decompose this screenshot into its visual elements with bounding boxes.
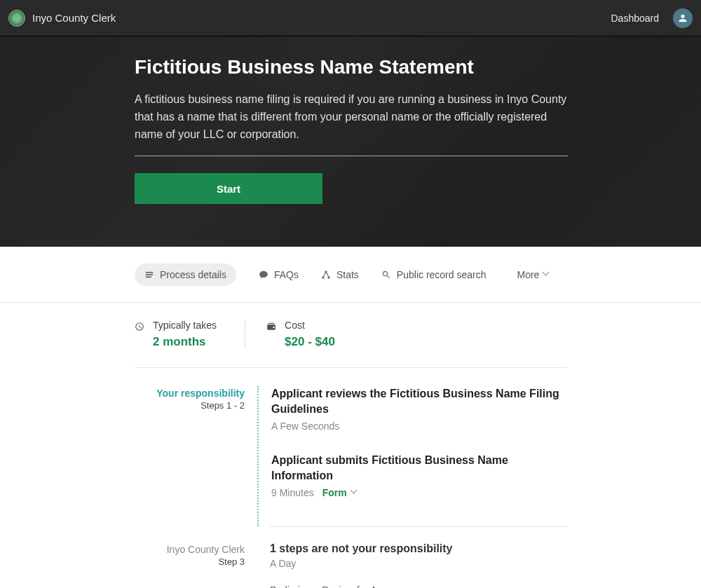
tab-faqs[interactable]: FAQs (259, 269, 299, 280)
svg-rect-2 (146, 276, 151, 278)
tab-label: Stats (336, 269, 359, 280)
svg-point-4 (327, 276, 330, 279)
tab-more[interactable]: More (517, 269, 550, 280)
page-description: A fictitious business name filing is req… (135, 91, 568, 143)
step-2: Applicant submits Fictitious Business Na… (271, 453, 568, 498)
tab-public-record-search[interactable]: Public record search (381, 269, 486, 280)
header-right: Dashboard (611, 8, 693, 28)
tab-stats[interactable]: Stats (321, 269, 359, 280)
steps-section: Your responsibility Steps 1 - 2 Applican… (135, 368, 568, 588)
chevron-down-icon (543, 271, 550, 278)
info-typically-takes: Typically takes 2 months (135, 320, 217, 349)
tabs-row: Process details FAQs Stats Public record… (0, 247, 701, 303)
svg-point-3 (322, 276, 325, 279)
tab-label: Public record search (397, 269, 486, 280)
tab-label: FAQs (274, 269, 299, 280)
cost-value: $20 - $40 (285, 335, 335, 349)
header-left: Inyo County Clerk (8, 10, 116, 27)
step-block-applicant: Your responsibility Steps 1 - 2 Applican… (135, 386, 568, 526)
hero-divider (135, 156, 568, 156)
step-1-title: Applicant reviews the Fictitious Busines… (271, 386, 568, 416)
info-cost: Cost $20 - $40 (245, 320, 335, 349)
cost-label: Cost (285, 320, 335, 331)
clerk-label: Inyo County Clerk (135, 544, 245, 555)
your-responsibility-steps: Steps 1 - 2 (135, 400, 245, 411)
info-text: Typically takes 2 months (153, 320, 217, 349)
info-text: Cost $20 - $40 (285, 320, 335, 349)
tabs: Process details FAQs Stats Public record… (135, 264, 550, 286)
header: Inyo County Clerk Dashboard (0, 0, 701, 36)
chat-icon (259, 270, 268, 280)
step-left: Inyo County Clerk Step 3 (135, 542, 257, 588)
step-divider (270, 526, 568, 527)
user-menu[interactable] (673, 8, 693, 28)
step-left: Your responsibility Steps 1 - 2 (135, 386, 257, 526)
step-2-time: 9 Minutes (271, 487, 314, 498)
tab-label: More (517, 269, 539, 280)
not-responsible-title: 1 steps are not your responsibility (270, 542, 568, 555)
step-block-clerk: Inyo County Clerk Step 3 1 steps are not… (135, 542, 568, 588)
a-day-text: A Day (270, 558, 568, 569)
dashboard-link[interactable]: Dashboard (611, 13, 660, 24)
clerk-steps: Step 3 (135, 556, 245, 567)
list-icon (144, 270, 154, 280)
start-button[interactable]: Start (135, 173, 322, 204)
step-1-time: A Few Seconds (271, 421, 568, 432)
svg-rect-0 (146, 271, 154, 273)
form-label: Form (322, 487, 347, 498)
your-responsibility-label: Your responsibility (135, 388, 245, 399)
preliminary-review-text: Preliminary Review for Accuracy (270, 584, 568, 588)
step-right: 1 steps are not your responsibility A Da… (257, 542, 568, 588)
site-name[interactable]: Inyo County Clerk (32, 12, 116, 24)
network-icon (321, 270, 331, 280)
typically-takes-value: 2 months (153, 335, 217, 349)
hero-section: Fictitious Business Name Statement A fic… (0, 36, 701, 247)
hero-content: Fictitious Business Name Statement A fic… (135, 56, 568, 204)
tab-process-details[interactable]: Process details (135, 264, 236, 286)
chevron-down-icon (351, 489, 358, 496)
clock-icon (135, 322, 144, 331)
info-row: Typically takes 2 months Cost $20 - $40 (135, 303, 568, 368)
wallet-icon (266, 322, 276, 331)
tab-label: Process details (160, 269, 226, 280)
svg-rect-1 (146, 274, 154, 275)
search-icon (381, 270, 391, 280)
step-2-title: Applicant submits Fictitious Business Na… (271, 453, 568, 483)
form-dropdown[interactable]: Form (322, 487, 358, 498)
page-title: Fictitious Business Name Statement (135, 56, 568, 78)
step-right: Applicant reviews the Fictitious Busines… (257, 386, 568, 526)
typically-takes-label: Typically takes (153, 320, 217, 331)
avatar-icon (673, 8, 693, 28)
site-logo-icon[interactable] (8, 10, 25, 27)
step-2-meta: 9 Minutes Form (271, 487, 568, 498)
